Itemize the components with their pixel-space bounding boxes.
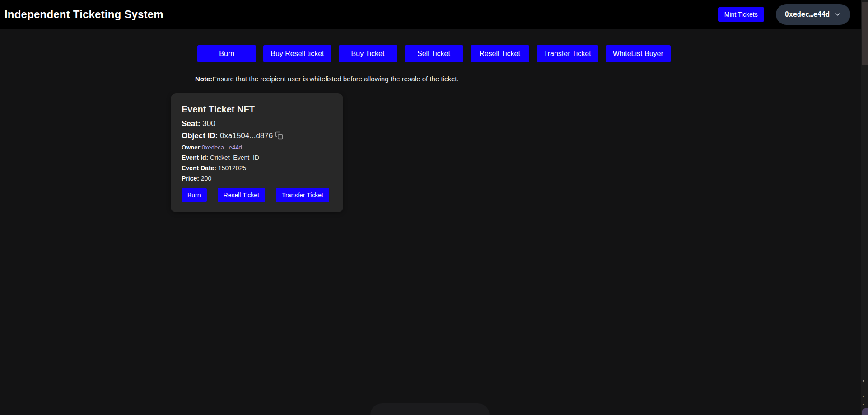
navbar: Independent Ticketing System Mint Ticket… (0, 0, 868, 29)
event-id-row: Event Id: Cricket_Event_ID (182, 154, 332, 161)
card-burn-button[interactable]: Burn (182, 188, 207, 202)
action-button-burn[interactable]: Burn (197, 45, 256, 62)
note-text: Ensure that the recipient user is whitel… (212, 75, 458, 83)
event-date-label: Event Date: (182, 164, 216, 172)
seat-value: 300 (202, 119, 215, 128)
event-id-value: Cricket_Event_ID (210, 154, 259, 161)
action-button-resell-ticket[interactable]: Resell Ticket (471, 45, 529, 62)
object-id-value: 0xa1504...d876 (220, 131, 273, 140)
wallet-dropdown[interactable]: 0xedec…e44d (776, 4, 850, 25)
scrollbar-thumb[interactable] (862, 2, 868, 65)
price-row: Price: 200 (182, 175, 332, 182)
owner-row: Owner:0xedeca...e44d (182, 144, 332, 151)
mint-tickets-button[interactable]: Mint Tickets (718, 7, 764, 22)
card-transfer-ticket-button[interactable]: Transfer Ticket (276, 188, 329, 202)
edge-mark: - (862, 402, 864, 406)
card-button-row: Burn Resell Ticket Transfer Ticket (182, 188, 332, 202)
object-id-label: Object ID: (182, 131, 218, 140)
scrollbar-track[interactable]: s - - - (861, 0, 868, 415)
edge-mark: s (862, 379, 864, 383)
wallet-address: 0xedec…e44d (785, 10, 830, 19)
action-button-buy-ticket[interactable]: Buy Ticket (339, 45, 397, 62)
edge-artifact-corner (862, 408, 868, 415)
event-id-label: Event Id: (182, 154, 208, 161)
event-date-value: 15012025 (218, 164, 246, 172)
chevron-down-icon (834, 11, 841, 18)
app-title: Independent Ticketing System (5, 8, 163, 21)
action-button-transfer-ticket[interactable]: Transfer Ticket (537, 45, 598, 62)
owner-label: Owner: (182, 144, 202, 151)
action-button-whitelist-buyer[interactable]: WhiteList Buyer (606, 45, 671, 62)
card-resell-ticket-button[interactable]: Resell Ticket (218, 188, 265, 202)
edge-mark: - (862, 387, 864, 391)
copy-icon[interactable] (275, 131, 283, 141)
seat-row: Seat: 300 (182, 119, 332, 128)
price-label: Price: (182, 175, 199, 182)
action-button-sell-ticket[interactable]: Sell Ticket (405, 45, 463, 62)
ticket-card: Event Ticket NFT Seat: 300 Object ID: 0x… (171, 93, 343, 212)
whitelist-note: Note:Ensure that the recipient user is w… (195, 75, 697, 83)
seat-label: Seat: (182, 119, 201, 128)
note-label: Note: (195, 75, 212, 83)
owner-link[interactable]: 0xedeca...e44d (202, 144, 242, 151)
edge-artifact-marks: s - - - (862, 379, 864, 406)
main-content: Burn Buy Resell ticket Buy Ticket Sell T… (171, 29, 697, 212)
action-button-row: Burn Buy Resell ticket Buy Ticket Sell T… (171, 45, 697, 62)
price-value: 200 (201, 175, 211, 182)
navbar-right: Mint Tickets 0xedec…e44d (718, 4, 850, 25)
object-id-row: Object ID: 0xa1504...d876 (182, 131, 332, 141)
action-button-buy-resell-ticket[interactable]: Buy Resell ticket (263, 45, 331, 62)
bottom-overlay-shape (370, 403, 490, 415)
edge-mark: - (862, 395, 864, 399)
event-date-row: Event Date: 15012025 (182, 164, 332, 172)
card-title: Event Ticket NFT (182, 104, 332, 115)
